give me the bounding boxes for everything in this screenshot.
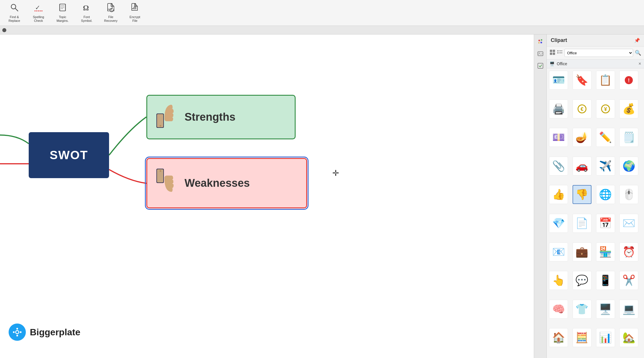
find-replace-button[interactable]: Find &Replace [3,2,26,24]
move-cursor: ✛ [332,168,339,178]
clipart-item[interactable]: ⏰ [619,242,638,261]
clipart-item[interactable]: 🖨️ [549,99,568,118]
svg-rect-39 [557,50,558,51]
clipart-item[interactable]: 📱 [596,271,615,290]
svg-rect-42 [559,53,562,53]
biggerplate-icon [9,324,26,341]
image-tool-btn[interactable] [536,49,545,59]
topic-margins-icon [58,3,67,14]
toolbar: Find &Replace ✓ SpellingCheck TopicMargi… [0,0,644,26]
svg-rect-36 [553,50,555,52]
clipart-item[interactable]: 🗒️ [619,128,638,147]
swot-node[interactable]: SWOT [29,132,109,178]
svg-rect-37 [550,53,552,55]
clipart-item[interactable]: 💎 [549,214,568,233]
clipart-item[interactable]: 📎 [549,157,568,176]
clipart-item[interactable]: 🧮 [573,328,591,347]
swot-label: SWOT [50,148,88,162]
strengths-node[interactable]: Strengths [146,95,296,139]
biggerplate-logo: Biggerplate [9,324,80,341]
encrypt-file-label: EncryptFile [129,15,140,23]
clipart-item[interactable]: ✂️ [619,271,638,290]
font-symbol-button[interactable]: Ω FontSymbol. [75,2,98,24]
clipart-item[interactable]: 💰 [619,99,638,118]
clipart-item[interactable]: 📄 [573,214,591,233]
clipart-item[interactable]: 🌐 [596,185,615,204]
pin-button[interactable]: 📌 [634,38,640,43]
svg-rect-41 [557,52,558,53]
svg-rect-40 [559,51,562,51]
svg-point-17 [160,125,161,127]
svg-point-31 [538,42,540,43]
clipart-item[interactable]: ¥ [596,99,615,118]
clipart-item[interactable]: 🪪 [549,71,568,90]
svg-point-27 [20,331,22,333]
svg-point-30 [540,42,542,43]
side-icon-bar [534,34,546,358]
clipart-item[interactable]: 👕 [573,300,591,319]
svg-text:✓: ✓ [35,4,40,11]
mindmap-container: SWOT Strengths [0,34,534,358]
tab-strip [0,26,644,34]
clipart-item[interactable]: 📧 [549,242,568,261]
clipart-item[interactable]: 🌍 [619,157,638,176]
clipart-panel: Clipart 📌 All Office Nature 🔍 [546,34,644,358]
topic-margins-label: TopicMargins. [57,15,69,23]
svg-point-14 [135,7,135,8]
clipart-search-row: All Office Nature 🔍 [547,47,644,59]
find-replace-icon [10,3,19,14]
canvas[interactable]: SWOT Strengths [0,34,534,358]
clipart-item[interactable]: 📋 [596,71,615,90]
spelling-check-button[interactable]: ✓ SpellingCheck [27,2,50,24]
weaknesses-node[interactable]: Weaknesses [146,158,307,208]
strengths-label: Strengths [185,111,235,123]
svg-point-25 [16,335,18,336]
topic-margins-button[interactable]: TopicMargins. [51,2,74,24]
font-symbol-icon: Ω [82,3,91,14]
clipart-item[interactable]: 🖱️ [619,185,638,204]
task-tool-btn[interactable] [536,61,545,71]
clipart-item[interactable]: ✏️ [596,128,615,147]
clipart-item[interactable]: 💻 [619,300,638,319]
svg-point-28 [538,40,540,41]
svg-text:€: € [581,106,583,112]
clipart-item[interactable]: 🪔 [573,128,591,147]
tab-indicator[interactable] [2,28,6,32]
svg-point-23 [16,331,18,333]
search-clipart-btn[interactable]: 🔍 [635,50,641,56]
category-close-btn[interactable]: × [639,61,641,66]
category-select[interactable]: All Office Nature [565,49,633,57]
svg-rect-38 [553,53,555,55]
clipart-item[interactable]: 💬 [573,271,591,290]
encrypt-file-button[interactable]: EncryptFile [123,2,146,24]
grid-view-btn[interactable] [550,49,555,57]
list-view-btn[interactable] [557,49,563,57]
clipart-item[interactable]: 🧠 [549,300,568,319]
clipart-item[interactable]: 📅 [596,214,615,233]
clipart-item[interactable]: ! [619,71,638,90]
clipart-item[interactable]: ✈️ [596,157,615,176]
clipart-item[interactable]: 📊 [596,328,615,347]
clipart-item[interactable]: 🖥️ [596,300,615,319]
clipart-item[interactable]: 🏪 [596,242,615,261]
file-recovery-button[interactable]: FileRecovery [99,2,122,24]
clipart-item[interactable]: ✉️ [619,214,638,233]
clipart-item[interactable]: 🏡 [619,328,638,347]
clipart-item-selected[interactable]: 👎 [573,185,591,204]
spelling-check-icon: ✓ [34,3,43,14]
clipart-item[interactable]: € [573,99,591,118]
clipart-item[interactable]: 👍 [549,185,568,204]
clipart-tool-btn[interactable] [536,37,545,47]
svg-text:Ω: Ω [83,4,89,12]
weaknesses-label: Weaknesses [185,177,250,189]
svg-rect-4 [60,4,65,11]
clipart-item[interactable]: 👆 [549,271,568,290]
svg-rect-34 [538,63,543,68]
clipart-item[interactable]: 🚗 [573,157,591,176]
svg-rect-35 [550,50,552,52]
clipart-item[interactable]: 🏠 [549,328,568,347]
clipart-item[interactable]: 🔖 [573,71,591,90]
svg-text:!: ! [628,78,630,83]
clipart-item[interactable]: 💷 [549,128,568,147]
clipart-item[interactable]: 💼 [573,242,591,261]
